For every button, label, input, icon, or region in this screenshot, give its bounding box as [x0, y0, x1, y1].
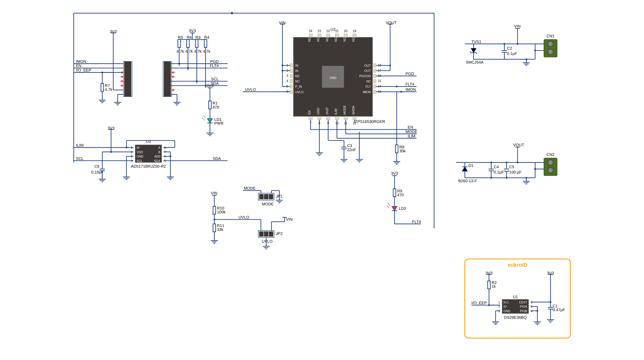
pin-cs: CS: [133, 71, 138, 74]
svg-point-383: [550, 301, 551, 303]
svg-point-350: [548, 168, 553, 173]
svg-rect-284: [269, 231, 273, 237]
svg-point-345: [526, 177, 527, 179]
pin-5v: +5V: [151, 88, 157, 92]
mikroid-section: mikroID 3V3 3V3 R2 1k I/O_EEP U1 DS28E36…: [465, 259, 570, 338]
svg-text:100k: 100k: [217, 210, 226, 214]
svg-text:22nF: 22nF: [347, 148, 356, 152]
svg-text:JP2: JP2: [276, 231, 283, 236]
svg-text:NC: NC: [316, 37, 320, 42]
svg-text:R5: R5: [178, 35, 183, 39]
svg-text:IO: IO: [504, 305, 507, 308]
svg-rect-131: [318, 34, 321, 37]
svg-text:GND: GND: [504, 310, 510, 313]
svg-text:GND: GND: [136, 155, 143, 158]
svg-rect-260: [264, 194, 268, 199]
svg-text:IMON: IMON: [363, 90, 371, 94]
svg-text:W: W: [136, 146, 140, 149]
svg-point-62: [187, 67, 189, 69]
net-ioeep: I/O_EEP: [76, 68, 91, 72]
pin-sck: SCK: [133, 75, 140, 79]
svg-text:NC: NC: [366, 80, 371, 83]
svg-point-309: [504, 43, 505, 45]
net-imon: IMON: [76, 59, 86, 64]
svg-line-252: [388, 203, 390, 206]
svg-text:3V3: 3V3: [108, 126, 114, 130]
svg-text:OUT: OUT: [364, 69, 371, 72]
svg-text:N.C.: N.C.: [504, 301, 510, 304]
svg-rect-191: [335, 116, 339, 120]
svg-text:4.7k: 4.7k: [203, 49, 210, 53]
flt-led: 3V3 R9 470 LD2 FLT#: [387, 171, 421, 224]
pin-3v3: +3.3V: [133, 88, 142, 92]
svg-text:LD2: LD2: [399, 206, 406, 211]
svg-marker-325: [462, 167, 468, 171]
svg-text:VIN: VIN: [514, 24, 520, 28]
svg-text:EN: EN: [408, 125, 413, 129]
svg-text:19: 19: [353, 29, 356, 33]
svg-rect-152: [290, 74, 294, 78]
svg-text:UVLO: UVLO: [295, 90, 304, 94]
svg-point-213: [389, 64, 391, 66]
svg-text:I/O_EEP: I/O_EEP: [471, 301, 487, 305]
svg-text:21: 21: [335, 29, 339, 33]
svg-text:PIOA: PIOA: [520, 305, 527, 308]
svg-point-63: [196, 80, 198, 82]
svg-text:470: 470: [397, 193, 404, 197]
svg-text:3V3: 3V3: [547, 271, 554, 275]
svg-marker-38: [172, 76, 174, 78]
svg-point-340: [506, 162, 508, 163]
svg-text:OUT: OUT: [364, 64, 371, 67]
svg-text:U1: U1: [513, 295, 518, 299]
svg-rect-128: [309, 34, 312, 37]
svg-point-206: [282, 70, 283, 71]
net-scl: SCL: [211, 77, 219, 81]
svg-text:SCL: SCL: [76, 156, 84, 161]
pin-rx: RX: [151, 75, 156, 79]
svg-rect-164: [372, 64, 376, 67]
net-en: EN: [76, 64, 82, 68]
schematic-canvas: AN RST CS SCK CIPO COPI +3.3V GND IMON E…: [0, 0, 644, 360]
pin-pwm: PWM: [151, 62, 159, 66]
svg-marker-70: [207, 118, 212, 123]
svg-text:AD5171BRJZ50-R2: AD5171BRJZ50-R2: [131, 164, 166, 168]
svg-text:3V3: 3V3: [206, 83, 213, 88]
svg-point-323: [517, 162, 518, 163]
svg-text:3V3: 3V3: [486, 271, 492, 275]
svg-text:R8: R8: [399, 145, 404, 149]
svg-point-64: [204, 85, 206, 86]
jp1-mode: JP1 MODE MODE: [243, 186, 283, 206]
svg-text:IN: IN: [295, 69, 298, 72]
svg-text:B260-13-F: B260-13-F: [458, 179, 477, 183]
svg-line-300: [470, 51, 471, 53]
pin-tx: TX: [151, 71, 155, 74]
svg-rect-179: [372, 90, 376, 93]
svg-point-117: [126, 147, 127, 148]
svg-text:20: 20: [344, 29, 348, 33]
svg-text:PIOB: PIOB: [520, 310, 527, 313]
pin-rst: RST: [133, 66, 140, 70]
svg-text:VIN: VIN: [279, 21, 286, 25]
svg-text:VIN: VIN: [211, 191, 218, 195]
svg-rect-12: [124, 61, 131, 97]
svg-rect-33: [164, 61, 171, 97]
svg-text:0.10µF: 0.10µF: [91, 170, 104, 174]
pin-an: AN: [133, 62, 138, 66]
svg-marker-21: [122, 85, 124, 86]
svg-text:NC: NC: [295, 80, 300, 83]
mikrobus-header-right: PWM INT TX RX SCL SDA +5V GND: [151, 61, 175, 97]
svg-point-344: [534, 168, 536, 170]
svg-text:C2: C2: [507, 46, 512, 50]
svg-rect-143: [353, 34, 356, 37]
svg-rect-259: [259, 194, 264, 199]
svg-text:NC: NC: [352, 37, 355, 42]
jp2-uvlo: JP2 UVLO VIN: [254, 217, 292, 249]
svg-text:NC: NC: [308, 37, 311, 42]
svg-text:CN1: CN1: [547, 34, 555, 38]
svg-text:MODE: MODE: [262, 202, 274, 206]
svg-marker-19: [122, 80, 124, 82]
svg-line-73: [202, 118, 205, 120]
svg-marker-36: [172, 71, 174, 73]
net-flt: FLT#: [210, 64, 219, 68]
svg-text:MODE: MODE: [406, 129, 418, 134]
